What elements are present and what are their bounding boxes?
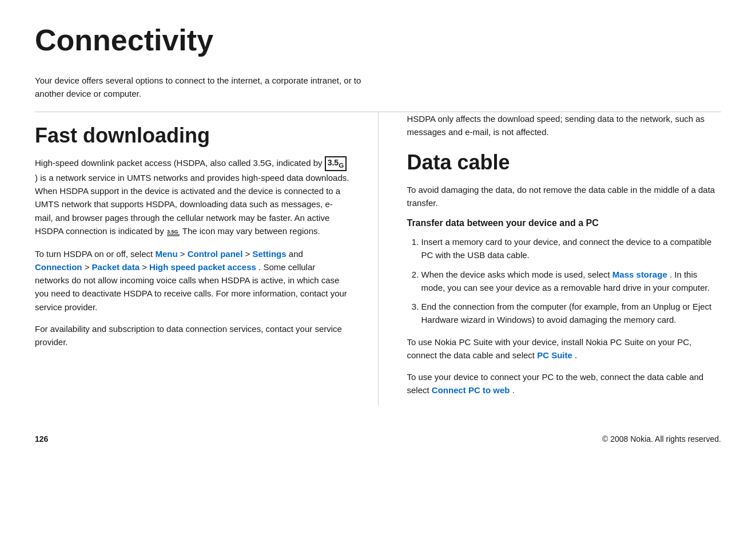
arrow1: > [180,249,188,259]
column-right: HSDPA only affects the download speed; s… [379,112,722,406]
list-item-2-text-start: When the device asks which mode is used,… [421,270,612,279]
connect-web-text-end: . [512,385,515,395]
pc-suite-link[interactable]: PC Suite [537,350,572,360]
connection-link[interactable]: Connection [35,262,82,272]
mass-storage-link[interactable]: Mass storage [612,270,667,279]
fast-downloading-para1: High-speed downlink packet access (HSDPA… [35,156,349,239]
high-speed-link[interactable]: High speed packet access [149,262,256,272]
data-cable-title: Data cable [407,151,722,175]
footer-page-number: 126 [35,434,48,444]
list-item-3-text: End the connection from the computer (fo… [421,302,712,325]
icon-hsdpa-active: 3.5G [167,225,180,238]
pc-suite-para: To use Nokia PC Suite with your device, … [407,335,722,362]
svg-text:3.5G: 3.5G [167,229,178,235]
menu-link[interactable]: Menu [155,249,177,259]
hsdpa-note: HSDPA only affects the download speed; s… [407,112,722,139]
connect-web-para: To use your device to connect your PC to… [407,370,722,397]
footer-copyright: © 2008 Nokia. All rights reserved. [602,434,721,444]
page-footer: 126 © 2008 Nokia. All rights reserved. [35,429,721,444]
list-item: Insert a memory card to your device, and… [421,235,722,262]
and-text: and [289,249,303,259]
intro-text: Your device offers several options to co… [35,74,367,100]
packet-data-link[interactable]: Packet data [92,262,140,272]
settings-link[interactable]: Settings [252,249,286,259]
control-panel-link[interactable]: Control panel [188,249,243,259]
fast-downloading-para3: For availability and subscription to dat… [35,322,349,349]
transfer-data-subheading: Transfer data between your device and a … [407,218,722,228]
arrow2: > [245,249,253,259]
list-item: When the device asks which mode is used,… [421,268,722,295]
icon-3.5g: 3.5G [325,156,347,171]
para2-text-start: To turn HSDPA on or off, select [35,249,155,259]
transfer-data-list: Insert a memory card to your device, and… [407,235,722,327]
fast-downloading-title: Fast downloading [35,124,349,148]
connect-pc-web-link[interactable]: Connect PC to web [432,385,510,395]
fast-downloading-para2: To turn HSDPA on or off, select Menu > C… [35,247,349,314]
page-container: Connectivity Your device offers several … [35,23,721,444]
list-item-1-text: Insert a memory card to your device, and… [421,237,712,260]
page-title: Connectivity [35,23,721,57]
column-left: Fast downloading High-speed downlink pac… [35,112,379,406]
pc-suite-text-end: . [575,350,577,360]
arrow4: > [142,262,149,272]
data-cable-intro: To avoid damaging the data, do not remov… [407,183,722,210]
list-item: End the connection from the computer (fo… [421,300,722,327]
arrow3: > [85,262,92,272]
para1-text-start: High-speed downlink packet access (HSDPA… [35,158,325,168]
para1-text-end: The icon may vary between regions. [182,226,320,236]
two-column-layout: Fast downloading High-speed downlink pac… [35,112,721,406]
